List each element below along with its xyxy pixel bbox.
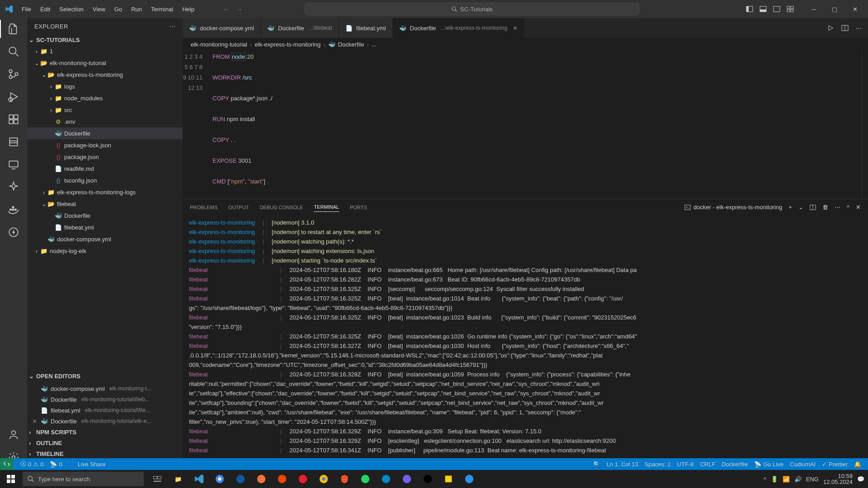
tab[interactable]: 📄filebeat.yml — [339, 18, 393, 38]
status-lang[interactable]: Dockerfile — [718, 461, 751, 468]
taskbar-app[interactable] — [418, 470, 438, 488]
taskbar-app-chrome2[interactable] — [314, 470, 334, 488]
taskbar-app-whatsapp[interactable] — [355, 470, 375, 488]
status-zoom-icon[interactable]: 🔍 — [590, 461, 604, 468]
taskbar-app-explorer[interactable]: 📁 — [168, 470, 188, 488]
activity-scm-icon[interactable] — [7, 68, 20, 80]
panel-tab-terminal[interactable]: TERMINAL — [314, 202, 339, 212]
status-bell-icon[interactable]: 🔔 — [851, 461, 864, 468]
activity-search-icon[interactable] — [7, 45, 20, 58]
tray-notifications-icon[interactable]: 💬 — [857, 476, 864, 483]
tree-folder[interactable]: ›📁1 — [27, 45, 183, 57]
open-editor-item[interactable]: ✕🐳Dockerfileelk-monitoring-tutorial\elk-… — [27, 416, 183, 427]
tab[interactable]: 🐳docker-compose.yml — [183, 18, 261, 38]
open-editor-item[interactable]: 🐳Dockerfileelk-monitoring-tutorial\fileb… — [27, 394, 183, 405]
panel-tab-output[interactable]: OUTPUT — [228, 203, 249, 212]
window-minimize-button[interactable]: ─ — [805, 2, 823, 16]
tree-file[interactable]: ⚙.env — [27, 116, 183, 127]
activity-docker-icon[interactable] — [7, 203, 20, 216]
menu-run[interactable]: Run — [127, 4, 146, 14]
menu-view[interactable]: View — [89, 4, 109, 14]
taskbar-app-brave[interactable] — [335, 470, 354, 488]
split-editor-icon[interactable] — [841, 24, 849, 32]
taskbar-app-docker[interactable] — [459, 470, 479, 488]
menu-edit[interactable]: Edit — [37, 4, 54, 14]
code-editor[interactable]: 1 2 3 4 5 6 7 8 9 10 11 12 13 FROM node:… — [183, 51, 868, 199]
start-button[interactable] — [0, 470, 22, 488]
taskbar-app-viber[interactable] — [397, 470, 417, 488]
more-icon[interactable]: ⋯ — [856, 25, 862, 32]
activity-sparkle-icon[interactable] — [7, 181, 20, 193]
terminal-selector[interactable]: docker - elk-express-ts-monitoring — [684, 204, 783, 211]
tab-close-icon[interactable]: ✕ — [513, 25, 518, 32]
tab[interactable]: 🐳Dockerfile...\filebeat — [261, 18, 339, 38]
tree-folder[interactable]: ›📁logs — [27, 80, 183, 92]
menu-file[interactable]: File — [18, 4, 35, 14]
activity-explorer-icon[interactable] — [7, 23, 20, 35]
run-icon[interactable] — [827, 24, 834, 32]
tray-battery-icon[interactable]: 🔋 — [771, 476, 778, 483]
timeline-section[interactable]: ›TIMELINE — [27, 448, 183, 459]
taskbar-app[interactable] — [439, 470, 458, 488]
status-eol[interactable]: CRLF — [697, 461, 718, 468]
tree-folder[interactable]: ⌄📂elk-express-ts-monitoring — [27, 69, 183, 80]
tree-file-dockerfile[interactable]: 🐳Dockerfile — [27, 127, 183, 139]
status-encoding[interactable]: UTF-8 — [674, 461, 697, 468]
panel-tab-problems[interactable]: PROBLEMS — [190, 203, 217, 212]
panel-more-icon[interactable]: ⋯ — [835, 204, 840, 211]
breadcrumb[interactable]: elk-monitoring-tutorial› elk-express-ts-… — [183, 38, 868, 51]
new-terminal-icon[interactable]: + — [788, 204, 792, 211]
taskbar-app-edge[interactable] — [231, 470, 250, 488]
outline-section[interactable]: ›OUTLINE — [27, 437, 183, 448]
activity-debug-icon[interactable] — [7, 90, 20, 103]
menu-terminal[interactable]: Terminal — [147, 4, 177, 14]
terminal-dropdown-icon[interactable]: ⌄ — [798, 204, 803, 211]
tab-active[interactable]: 🐳Dockerfile...\elk-express-ts-monitoring… — [393, 18, 525, 38]
explorer-more-icon[interactable]: ⋯ — [170, 23, 176, 30]
layout-panel-icon[interactable] — [760, 5, 767, 13]
status-line-col[interactable]: Ln 1, Col 13 — [604, 461, 642, 468]
layout-sidebar-left-icon[interactable] — [746, 5, 753, 13]
activity-extensions-icon[interactable] — [7, 113, 20, 126]
activity-remote-icon[interactable] — [7, 158, 20, 171]
tree-file[interactable]: 📄readMe.md — [27, 163, 183, 174]
tree-file[interactable]: 📄filebeat.yml — [27, 221, 183, 233]
task-view-icon[interactable] — [147, 470, 167, 488]
tray-volume-icon[interactable]: 🔊 — [794, 476, 802, 483]
tree-file[interactable]: {}package.json — [27, 151, 183, 163]
tree-folder[interactable]: ›📁src — [27, 104, 183, 116]
status-go-live[interactable]: 📡 Go Live — [751, 461, 787, 468]
tray-clock[interactable]: 10:59 12.05.2024 — [823, 473, 853, 485]
split-terminal-icon[interactable] — [810, 204, 816, 211]
status-spaces[interactable]: Spaces: 2 — [642, 461, 674, 468]
npm-scripts-section[interactable]: ›NPM SCRIPTS — [27, 427, 183, 437]
tree-folder[interactable]: ›📁nodejs-log-elk — [27, 245, 183, 257]
menu-help[interactable]: Help — [179, 4, 198, 14]
menu-selection[interactable]: Selection — [56, 4, 87, 14]
taskbar-app-opera[interactable] — [293, 470, 313, 488]
close-panel-icon[interactable]: ✕ — [856, 204, 861, 211]
panel-tab-ports[interactable]: PORTS — [350, 203, 367, 212]
open-editor-item[interactable]: 📄filebeat.ymlelk-monitoring-tutorial\fil… — [27, 405, 183, 416]
tree-file[interactable]: 🐳docker-compose.yml — [27, 233, 183, 245]
panel-tab-debug[interactable]: DEBUG CONSOLE — [259, 203, 303, 212]
maximize-panel-icon[interactable]: ^ — [847, 204, 849, 211]
tree-folder[interactable]: ⌄📂filebeat — [27, 198, 183, 210]
tree-folder[interactable]: ›📁node_modules — [27, 92, 183, 104]
taskbar-app-firefox-dev[interactable] — [272, 470, 292, 488]
status-prettier[interactable]: ✓ Prettier — [819, 461, 851, 468]
tray-chevron-icon[interactable]: ^ — [764, 476, 766, 483]
menu-go[interactable]: Go — [111, 4, 126, 14]
project-section[interactable]: ⌄ SC-TUTORIALS — [27, 34, 183, 45]
open-editor-item[interactable]: 🐳docker-compose.ymlelk-monitoring-t... — [27, 383, 183, 394]
taskbar-app-chrome[interactable] — [210, 470, 230, 488]
tree-folder[interactable]: ⌄📂elk-monitoring-tutorial — [27, 57, 183, 69]
tray-wifi-icon[interactable]: 📶 — [783, 476, 790, 483]
activity-account-icon[interactable] — [7, 428, 20, 441]
window-close-button[interactable]: ✕ — [846, 2, 864, 16]
tree-file[interactable]: {}tsconfig.json — [27, 174, 183, 186]
status-live-share[interactable]: 👤 Live Share — [66, 458, 109, 470]
taskbar-search[interactable]: Type here to search — [23, 472, 144, 486]
status-errors[interactable]: ⓧ 0 ⚠ 0 — [17, 458, 47, 470]
window-maximize-button[interactable]: ▢ — [826, 2, 844, 16]
